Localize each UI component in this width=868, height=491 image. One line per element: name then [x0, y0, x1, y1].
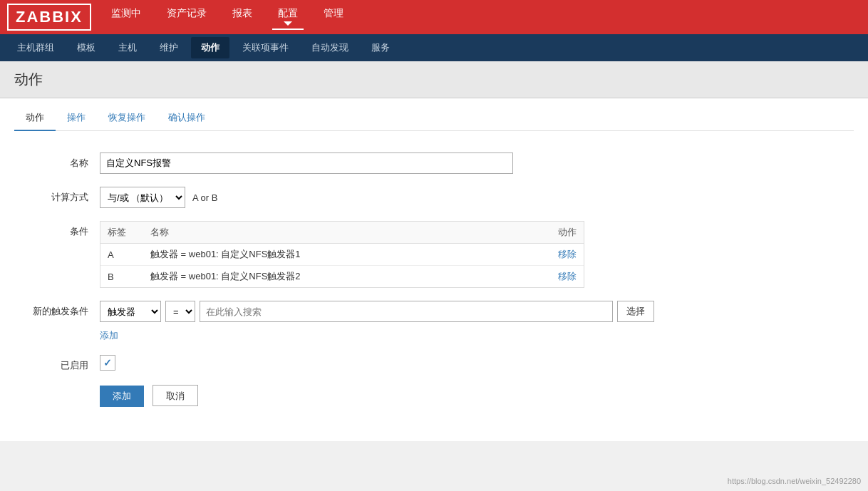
select-button[interactable]: 选择 — [617, 301, 654, 322]
subnav-services[interactable]: 服务 — [361, 37, 400, 58]
nav-reports[interactable]: 报表 — [227, 4, 258, 30]
name-a: 触发器 = web01: 自定义NFS触发器1 — [143, 244, 541, 266]
checkmark-icon: ✓ — [103, 357, 112, 368]
nav-config[interactable]: 配置 — [272, 4, 304, 30]
add-condition-link[interactable]: 添加 — [100, 330, 118, 341]
tab-action[interactable]: 动作 — [14, 105, 56, 131]
calc-select[interactable]: 与/或 （默认） 与 或 自定义 — [100, 187, 185, 208]
trigger-search-input[interactable] — [200, 301, 613, 322]
col-name: 名称 — [143, 222, 541, 244]
name-control — [100, 153, 854, 174]
trigger-inputs: 触发器 主机 主机群组 = ≠ 选择 — [100, 301, 854, 322]
page-title: 动作 — [14, 70, 854, 89]
condition-row-a: A 触发器 = web01: 自定义NFS触发器1 移除 — [100, 244, 584, 266]
subnav-templates[interactable]: 模板 — [67, 37, 105, 58]
action-buttons-row: 添加 取消 — [14, 385, 854, 407]
col-tag: 标签 — [100, 222, 143, 244]
buttons-spacer — [14, 385, 100, 389]
buttons-control: 添加 取消 — [100, 385, 854, 407]
calc-row: 计算方式 与/或 （默认） 与 或 自定义 A or B — [14, 187, 854, 208]
subnav-actions[interactable]: 动作 — [191, 37, 229, 58]
calc-formula: A or B — [192, 192, 217, 203]
nav-admin[interactable]: 管理 — [318, 4, 349, 30]
conditions-control: 标签 名称 动作 A 触发器 = web01: 自定义NFS触发器1 — [100, 221, 854, 288]
conditions-box: 标签 名称 动作 A 触发器 = web01: 自定义NFS触发器1 — [100, 221, 584, 288]
name-row: 名称 — [14, 153, 854, 174]
enabled-control: ✓ — [100, 355, 854, 371]
main-content: 动作 操作 恢复操作 确认操作 名称 计算方式 与/或 （默认） 与 或 自定义… — [0, 98, 868, 441]
enabled-row: 已启用 ✓ — [14, 355, 854, 372]
action-b: 移除 — [541, 266, 584, 288]
subnav-maintenance[interactable]: 维护 — [150, 37, 188, 58]
nav-assets[interactable]: 资产记录 — [161, 4, 212, 30]
cancel-button[interactable]: 取消 — [153, 385, 198, 406]
enabled-checkbox[interactable]: ✓ — [100, 355, 115, 371]
sub-navigation: 主机群组 模板 主机 维护 动作 关联项事件 自动发现 服务 — [0, 34, 868, 61]
nav-monitoring[interactable]: 监测中 — [105, 4, 147, 30]
operator-select[interactable]: = ≠ — [165, 301, 195, 322]
tag-a: A — [100, 244, 143, 266]
enabled-label: 已启用 — [14, 355, 100, 372]
enabled-checkbox-row: ✓ — [100, 355, 854, 371]
new-trigger-label: 新的触发条件 — [14, 301, 100, 318]
tab-recovery[interactable]: 恢复操作 — [97, 105, 157, 131]
tab-acknowledge[interactable]: 确认操作 — [157, 105, 217, 131]
subnav-hosts[interactable]: 主机 — [108, 37, 147, 58]
condition-row-b: B 触发器 = web01: 自定义NFS触发器2 移除 — [100, 266, 584, 288]
calc-control: 与/或 （默认） 与 或 自定义 A or B — [100, 187, 854, 208]
page-header: 动作 — [0, 61, 868, 98]
top-nav-items: 监测中 资产记录 报表 配置 管理 — [105, 4, 349, 30]
trigger-type-select[interactable]: 触发器 主机 主机群组 — [100, 301, 161, 322]
action-form: 名称 计算方式 与/或 （默认） 与 或 自定义 A or B 条件 — [14, 145, 854, 427]
subnav-hostgroups[interactable]: 主机群组 — [7, 37, 64, 58]
conditions-table: 标签 名称 动作 A 触发器 = web01: 自定义NFS触发器1 — [100, 222, 584, 287]
top-navigation: ZABBIX 监测中 资产记录 报表 配置 管理 — [0, 0, 868, 34]
new-trigger-row: 新的触发条件 触发器 主机 主机群组 = ≠ 选择 添加 — [14, 301, 854, 342]
conditions-row: 条件 标签 名称 动作 A — [14, 221, 854, 288]
tab-operations[interactable]: 操作 — [56, 105, 97, 131]
remove-a-link[interactable]: 移除 — [558, 249, 577, 259]
tab-bar: 动作 操作 恢复操作 确认操作 — [14, 98, 854, 131]
name-b: 触发器 = web01: 自定义NFS触发器2 — [143, 266, 541, 288]
col-action: 动作 — [541, 222, 584, 244]
tag-b: B — [100, 266, 143, 288]
name-label: 名称 — [14, 153, 100, 170]
logo: ZABBIX — [7, 4, 91, 31]
new-trigger-control: 触发器 主机 主机群组 = ≠ 选择 添加 — [100, 301, 854, 342]
conditions-label: 条件 — [14, 221, 100, 238]
add-button[interactable]: 添加 — [100, 386, 144, 407]
subnav-event-correlation[interactable]: 关联项事件 — [232, 37, 299, 58]
action-a: 移除 — [541, 244, 584, 266]
subnav-discovery[interactable]: 自动发现 — [301, 37, 358, 58]
remove-b-link[interactable]: 移除 — [558, 271, 577, 281]
calc-label: 计算方式 — [14, 187, 100, 204]
name-input[interactable] — [100, 153, 513, 174]
